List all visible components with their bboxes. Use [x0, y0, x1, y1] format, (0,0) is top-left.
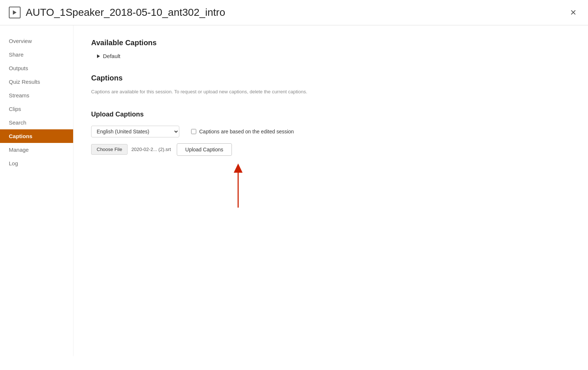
- edited-session-checkbox-label[interactable]: Captions are based on the edited session: [191, 129, 294, 134]
- available-captions-title: Available Captions: [91, 39, 570, 47]
- header-left: AUTO_1Speaker_2018-05-10_ant302_intro: [9, 7, 225, 18]
- edited-session-label: Captions are based on the edited session: [199, 129, 294, 134]
- edited-session-checkbox[interactable]: [191, 129, 196, 134]
- sidebar-item-log[interactable]: Log: [0, 157, 73, 170]
- upload-captions-button[interactable]: Upload Captions: [177, 143, 232, 156]
- sidebar-item-clips[interactable]: Clips: [0, 102, 73, 116]
- sidebar-item-streams[interactable]: Streams: [0, 89, 73, 102]
- upload-captions-title: Upload Captions: [91, 111, 570, 118]
- dialog-header: AUTO_1Speaker_2018-05-10_ant302_intro ×: [0, 0, 588, 25]
- sidebar-item-share[interactable]: Share: [0, 48, 73, 61]
- main-content: Available Captions Default Captions Capt…: [74, 25, 588, 356]
- sidebar: Overview Share Outputs Quiz Results Stre…: [0, 25, 74, 356]
- file-name-display: 2020-02-2... (2).srt: [131, 147, 171, 152]
- expand-icon: [97, 54, 100, 58]
- upload-row-2: Choose File 2020-02-2... (2).srt Upload …: [91, 143, 570, 156]
- sidebar-item-captions[interactable]: Captions: [0, 129, 73, 143]
- captions-title: Captions: [91, 74, 570, 82]
- file-input-area: Choose File 2020-02-2... (2).srt: [91, 144, 171, 155]
- captions-section: Captions Captions are available for this…: [91, 74, 570, 96]
- default-caption-item[interactable]: Default: [91, 53, 570, 59]
- svg-marker-1: [234, 164, 243, 173]
- available-captions-section: Available Captions Default: [91, 39, 570, 59]
- sidebar-item-quiz-results[interactable]: Quiz Results: [0, 75, 73, 89]
- sidebar-item-overview[interactable]: Overview: [0, 34, 73, 48]
- choose-file-button[interactable]: Choose File: [91, 144, 128, 155]
- sidebar-item-outputs[interactable]: Outputs: [0, 61, 73, 75]
- video-icon: [9, 7, 21, 18]
- upload-captions-section: Upload Captions English (United States) …: [91, 111, 570, 213]
- annotation-arrow: [223, 162, 253, 209]
- language-select[interactable]: English (United States) English (United …: [91, 126, 179, 137]
- sidebar-item-manage[interactable]: Manage: [0, 143, 73, 157]
- captions-description: Captions are available for this session.…: [91, 88, 570, 96]
- sidebar-item-search[interactable]: Search: [0, 116, 73, 129]
- arrow-annotation: [91, 162, 570, 213]
- default-caption-label: Default: [103, 53, 121, 59]
- dialog-title: AUTO_1Speaker_2018-05-10_ant302_intro: [26, 7, 225, 18]
- upload-row-1: English (United States) English (United …: [91, 126, 570, 137]
- close-button[interactable]: ×: [570, 7, 576, 18]
- main-layout: Overview Share Outputs Quiz Results Stre…: [0, 25, 588, 356]
